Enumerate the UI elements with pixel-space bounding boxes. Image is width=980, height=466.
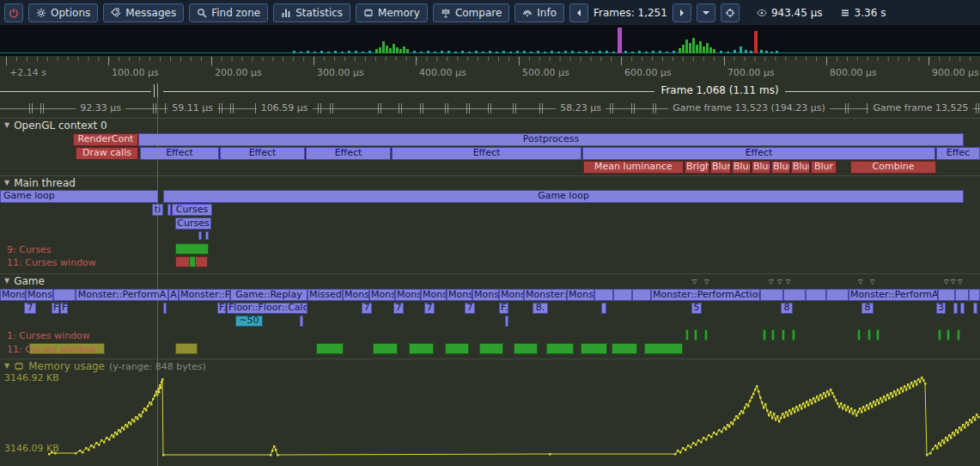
zone[interactable]: 5 [691, 303, 702, 314]
zone[interactable] [300, 316, 303, 327]
zone[interactable] [581, 343, 607, 354]
message-marker-icon[interactable]: ▽ [777, 279, 782, 285]
message-marker-icon[interactable]: ▽ [692, 279, 697, 285]
zone[interactable]: F [60, 303, 68, 314]
zone[interactable]: Mons [499, 289, 524, 301]
zone[interactable]: Blur [752, 161, 770, 174]
zone[interactable]: Monster::PerformAction [651, 289, 760, 301]
zone[interactable]: Missed [307, 289, 343, 301]
zone[interactable]: 7 [424, 303, 435, 314]
zone[interactable]: Monst [369, 289, 395, 301]
zone[interactable]: Curses [175, 218, 211, 230]
zone[interactable] [876, 329, 880, 340]
zone[interactable] [806, 289, 826, 301]
zone[interactable] [685, 329, 689, 340]
zone[interactable]: Effec [936, 147, 980, 160]
section-header-main-thread[interactable]: ▼Main thread [4, 177, 76, 189]
zone[interactable]: Draw calls [76, 147, 138, 160]
collapse-triangle-icon[interactable]: ▼ [4, 276, 9, 286]
zone[interactable]: Monster::PerformActi [849, 289, 938, 301]
zone[interactable]: Blur [791, 161, 810, 174]
zone[interactable] [969, 289, 980, 301]
zone[interactable]: Blur [771, 161, 790, 174]
zone[interactable]: Monst [421, 289, 447, 301]
zone[interactable] [955, 289, 969, 301]
zone[interactable] [783, 289, 806, 301]
zone[interactable]: Monster::PerformA [76, 289, 168, 301]
zone[interactable] [505, 316, 508, 327]
zone[interactable]: 7 [24, 303, 36, 314]
zone[interactable]: Effect [582, 147, 935, 160]
zone[interactable]: Mean luminance [583, 161, 684, 174]
zone[interactable]: 7 [465, 303, 475, 314]
collapse-triangle-icon[interactable]: ▼ [4, 178, 9, 188]
zone[interactable] [163, 303, 167, 314]
zone[interactable] [960, 303, 965, 314]
zone[interactable] [760, 289, 783, 301]
zone[interactable]: Mons [567, 289, 594, 301]
zone[interactable] [316, 343, 344, 354]
zone[interactable] [857, 329, 861, 340]
zone[interactable]: Effect [140, 147, 219, 160]
zone[interactable]: Curses [172, 204, 212, 216]
zone[interactable] [957, 329, 960, 340]
zone[interactable] [373, 343, 398, 354]
zone[interactable]: Floor::Floor::Calc [227, 303, 307, 314]
zone[interactable]: Brigh [685, 161, 709, 174]
zone[interactable] [644, 343, 683, 354]
zone[interactable]: A [168, 289, 179, 301]
zone[interactable] [205, 231, 209, 240]
zone[interactable] [704, 329, 708, 340]
zone[interactable]: Effect [306, 147, 391, 160]
collapse-triangle-icon[interactable]: ▼ [4, 361, 9, 371]
zone[interactable]: Monster::Pe [524, 289, 567, 301]
zone[interactable]: Game::Replay [230, 289, 307, 301]
zone[interactable]: Game loop [0, 190, 158, 203]
zone[interactable] [613, 289, 632, 301]
zone[interactable] [594, 289, 613, 301]
zone[interactable] [445, 343, 469, 354]
message-marker-icon[interactable]: ▽ [858, 279, 862, 285]
message-marker-icon[interactable]: ▽ [786, 279, 790, 285]
zone[interactable] [867, 329, 871, 340]
message-marker-icon[interactable]: ▽ [958, 279, 962, 285]
zone[interactable] [53, 289, 76, 301]
zone[interactable]: 8 [861, 303, 873, 314]
memory-usage-graph[interactable] [0, 0, 980, 466]
zone[interactable]: Monst [447, 289, 472, 301]
zone[interactable]: Effect [392, 147, 581, 160]
zone[interactable]: Combine [850, 161, 936, 174]
zone[interactable]: Monste [26, 289, 53, 301]
message-marker-icon[interactable]: ▽ [769, 279, 773, 285]
section-header-game[interactable]: ▼Game [4, 275, 45, 287]
message-marker-icon[interactable]: ▽ [951, 279, 955, 285]
zone[interactable]: Monster::Pe [179, 289, 230, 301]
section-header-opengl[interactable]: ▼OpenGL context 0 [4, 120, 107, 132]
zone[interactable] [826, 289, 849, 301]
message-marker-icon[interactable]: ▽ [944, 279, 948, 285]
zone[interactable]: Monst [343, 289, 369, 301]
collapse-triangle-icon[interactable]: ▼ [4, 120, 9, 131]
zone[interactable]: 3 [936, 303, 946, 314]
zone[interactable] [189, 256, 196, 267]
zone[interactable]: F. [217, 303, 226, 314]
zone[interactable] [973, 303, 977, 314]
zone[interactable]: Blur [811, 161, 837, 174]
zone[interactable]: Blur [710, 161, 731, 174]
zone[interactable] [167, 204, 171, 216]
zone[interactable] [938, 289, 955, 301]
zone[interactable] [771, 329, 775, 340]
zone[interactable] [601, 303, 606, 314]
zone[interactable]: F [52, 303, 59, 314]
zone[interactable]: Monst [395, 289, 421, 301]
zone[interactable] [612, 343, 637, 354]
zone[interactable] [938, 329, 941, 340]
zone[interactable]: Blur [732, 161, 751, 174]
zone[interactable]: ~50 [235, 316, 263, 327]
zone[interactable]: 8. [533, 303, 548, 314]
zone[interactable]: Monste [472, 289, 499, 301]
zone[interactable]: Postprocess [138, 133, 964, 146]
message-marker-icon[interactable]: ▽ [704, 279, 709, 285]
zone[interactable]: 8 [781, 303, 793, 314]
zone[interactable]: Game loop [163, 190, 964, 203]
